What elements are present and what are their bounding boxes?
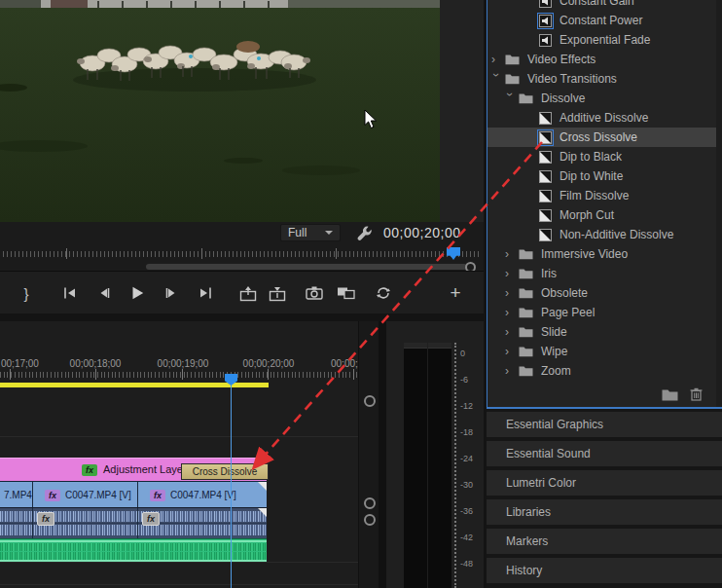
audio-track-2[interactable] [0, 538, 267, 562]
timeline-ruler[interactable] [0, 372, 358, 378]
effects-folder-wipe[interactable]: › Wipe [487, 342, 722, 361]
plus-icon: + [450, 282, 460, 304]
timeline-scroll-strip[interactable] [358, 321, 379, 588]
step-back-button[interactable] [90, 272, 119, 314]
track-handle[interactable] [364, 395, 376, 407]
transition-cross-dissolve[interactable]: Cross Dissolve [181, 463, 269, 480]
go-to-out-icon [198, 285, 213, 301]
effects-folder-zoom[interactable]: › Zoom [487, 361, 722, 381]
chevron-down-icon[interactable]: › [503, 92, 517, 106]
chevron-right-icon[interactable]: › [505, 247, 519, 261]
loop-icon [375, 284, 392, 302]
effects-folder-video-transitions[interactable]: › Video Transitions [487, 69, 721, 89]
panel-tab-stack: Essential Graphics Essential Sound Lumet… [487, 409, 722, 588]
step-forward-button[interactable] [157, 272, 186, 314]
effects-folder-video-effects[interactable]: › Video Effects [487, 50, 721, 69]
program-timecode[interactable]: 00;00;20;00 [383, 225, 460, 240]
panel-tab-lumetri-color[interactable]: Lumetri Color [487, 470, 722, 496]
ruler-label: 00;00;18;00 [70, 358, 122, 369]
lift-button[interactable] [234, 272, 263, 314]
panel-tab-markers[interactable]: Markers [487, 529, 722, 554]
clip-video-c0047-a[interactable]: fx C0047.MP4 [V] [33, 482, 137, 507]
chevron-right-icon[interactable]: › [505, 325, 519, 339]
panel-tab-label: Essential Graphics [506, 418, 603, 431]
chevron-right-icon[interactable]: › [505, 286, 519, 300]
chevron-right-icon[interactable]: › [505, 306, 519, 319]
zoom-level-select[interactable]: Full [280, 224, 341, 241]
settings-wrench-icon[interactable] [356, 225, 374, 246]
effects-item-dip-to-black[interactable]: Dip to Black [487, 147, 722, 166]
meter-scale-label: -30 [460, 480, 473, 490]
effects-folder-page-peel[interactable]: › Page Peel [487, 303, 722, 322]
effects-item-constant-power[interactable]: Constant Power [487, 11, 722, 30]
comparison-view-button[interactable] [331, 272, 360, 314]
transport-toolbar: } [0, 271, 484, 314]
program-mini-timeline[interactable] [0, 245, 484, 271]
meter-scale-label: -48 [460, 559, 473, 569]
delete-button[interactable] [690, 387, 703, 405]
export-frame-button[interactable] [300, 272, 329, 314]
folder-icon [519, 92, 533, 104]
effects-folder-iris[interactable]: › Iris [487, 264, 722, 283]
mini-timeline-scrollbar[interactable] [146, 264, 467, 270]
effects-folder-dissolve[interactable]: › Dissolve [487, 89, 722, 108]
effects-item-exponential-fade[interactable]: Exponential Fade [487, 30, 722, 50]
clip-end-fold [258, 508, 267, 517]
fx-badge: fx [150, 490, 165, 501]
playhead-line[interactable] [231, 374, 232, 588]
chevron-right-icon[interactable]: › [505, 267, 519, 280]
effects-item-additive-dissolve[interactable]: Additive Dissolve [487, 108, 722, 128]
clip-label: C0047.MP4 [V] [170, 490, 236, 500]
effects-item-label: Video Effects [527, 53, 596, 66]
track-handle[interactable] [364, 514, 376, 526]
mini-playhead-marker[interactable] [447, 247, 460, 260]
audio-track-1[interactable]: fx fx [0, 507, 267, 538]
zoom-level-value: Full [288, 226, 307, 239]
effects-item-label: Non-Additive Dissolve [560, 228, 673, 241]
transition-icon [539, 112, 552, 125]
chevron-down-icon[interactable]: › [489, 73, 503, 87]
transition-icon [539, 151, 552, 164]
effects-folder-obsolete[interactable]: › Obsolete [487, 283, 722, 303]
new-custom-bin-button[interactable] [662, 387, 678, 405]
chevron-right-icon[interactable]: › [491, 53, 505, 66]
go-to-out-button[interactable] [191, 272, 220, 314]
extract-button[interactable] [263, 272, 292, 314]
panel-tab-essential-graphics[interactable]: Essential Graphics [487, 412, 722, 437]
panel-tab-libraries[interactable]: Libraries [487, 499, 722, 525]
effects-item-label: Exponential Fade [560, 33, 650, 47]
effects-item-label: Video Transitions [527, 72, 617, 86]
clip-video-c0047-b[interactable]: fx C0047.MP4 [V] [138, 482, 267, 507]
effects-item-morph-cut[interactable]: Morph Cut [487, 205, 722, 225]
mini-timeline-ticks [3, 251, 480, 257]
audio-meter-right [428, 343, 451, 588]
clip-video-partial[interactable]: 7.MP4 [0, 482, 32, 507]
effects-item-dip-to-white[interactable]: Dip to White [487, 166, 722, 186]
effects-item-label: Film Dissolve [560, 189, 629, 202]
play-button[interactable] [123, 272, 152, 314]
loop-button[interactable] [369, 272, 398, 314]
video-track-1: 7.MP4 fx C0047.MP4 [V] fx C0047.MP4 [V] [0, 481, 267, 507]
panel-tab-essential-sound[interactable]: Essential Sound [487, 441, 722, 466]
effects-item-film-dissolve[interactable]: Film Dissolve [487, 186, 722, 205]
effects-item-constant-gain[interactable]: Constant Gain [487, 0, 722, 11]
mark-out-button[interactable]: } [12, 272, 41, 314]
effects-scrollbar[interactable] [716, 0, 722, 407]
button-editor-button[interactable]: + [441, 272, 470, 314]
panel-tab-history[interactable]: History [487, 558, 722, 583]
effects-folder-slide[interactable]: › Slide [487, 322, 722, 342]
effects-panel: Constant Gain Constant Power Exponential… [487, 0, 722, 409]
effects-item-non-additive-dissolve[interactable]: Non-Additive Dissolve [487, 225, 722, 244]
chevron-down-icon [325, 231, 333, 235]
transition-icon [539, 190, 552, 202]
effects-folder-immersive-video[interactable]: › Immersive Video [487, 244, 722, 264]
chevron-right-icon[interactable]: › [505, 364, 519, 378]
chevron-right-icon[interactable]: › [505, 345, 519, 358]
go-to-in-button[interactable] [55, 272, 85, 314]
waveform [0, 525, 267, 535]
effects-item-cross-dissolve[interactable]: Cross Dissolve [487, 128, 722, 147]
effects-item-label: Cross Dissolve [560, 130, 637, 144]
audio-meter-left [404, 343, 427, 588]
track-handle[interactable] [364, 497, 376, 509]
effects-panel-footer [487, 386, 716, 407]
